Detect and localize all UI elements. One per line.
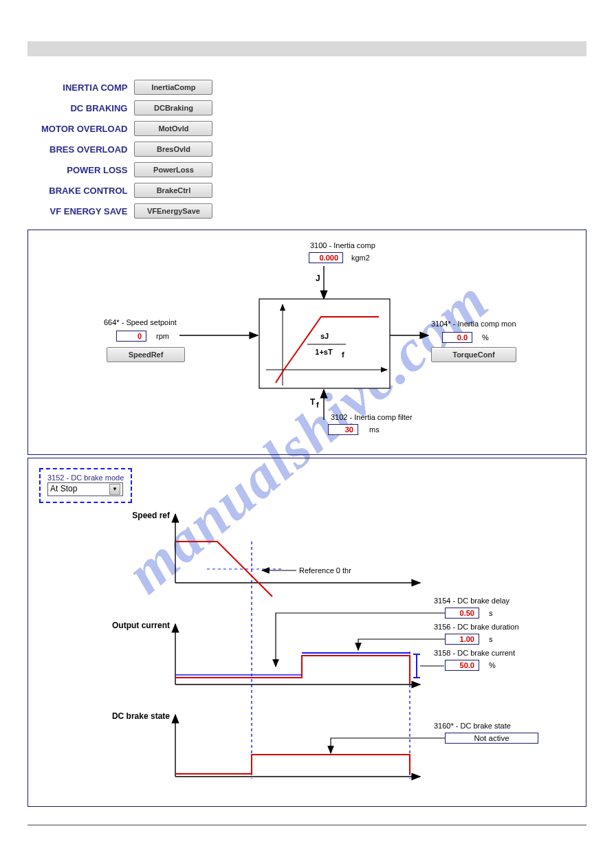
svg-rect-1 [259,299,390,388]
p664-label: 664* - Speed setpoint [104,318,177,326]
p3154-unit: s [489,609,493,617]
speedref-button[interactable]: SpeedRef [107,347,185,362]
p3100-unit: kgm2 [351,254,370,262]
p664-value[interactable]: 0 [116,331,146,342]
torqueconf-button[interactable]: TorqueConf [431,347,516,362]
bres-overload-button[interactable]: BresOvld [134,142,212,157]
header-bar [28,41,586,56]
p3158-unit: % [489,661,496,669]
axis3-label: DC brake state [112,711,170,721]
p3156-value[interactable]: 1.00 [445,634,479,645]
motor-overload-button[interactable]: MotOvld [134,121,212,136]
p3158-label: 3158 - DC brake current [434,649,515,657]
menu-label-dc-braking: DC BRAKING [41,98,134,118]
menu-label-vf-energy-save: VF ENERGY SAVE [41,201,134,221]
dc-brake-timing-diagram: Speed ref Reference 0 thr 3154 - DC brak… [35,507,578,789]
dc-brake-panel: 3152 - DC brake mode At Stop ▼ Speed ref [28,458,586,807]
vf-energy-save-button[interactable]: VFEnergySave [134,203,212,219]
p3104-value[interactable]: 0.0 [442,332,472,343]
p3154-label: 3154 - DC brake delay [434,597,510,605]
menu-label-bres-overload: BRES OVERLOAD [41,139,134,159]
p3160-value: Not active [445,733,538,744]
p3156-unit: s [489,635,493,643]
p3104-label: 3104* - Inertia comp mon [431,320,516,328]
p3152-label: 3152 - DC brake mode [47,474,124,482]
dc-brake-mode-box: 3152 - DC brake mode At Stop ▼ [39,468,132,503]
parameter-group-menu: INERTIA COMP InertiaComp DC BRAKING DCBr… [41,77,212,221]
p3102-unit: ms [369,425,380,434]
p3102-value[interactable]: 30 [328,424,358,435]
p3156-label: 3156 - DC brake duration [434,623,519,631]
tf-symbol: T [310,397,316,407]
p3158-value[interactable]: 50.0 [445,660,479,671]
tf-symbol-sub: f [316,401,319,409]
inertia-comp-diagram: 3100 - Inertia comp 0.000 kgm2 J sJ 1+sT… [35,236,578,442]
dc-brake-mode-dropdown[interactable]: At Stop ▼ [47,482,123,496]
inertia-comp-panel: 3100 - Inertia comp 0.000 kgm2 J sJ 1+sT… [28,230,586,455]
p3152-value: At Stop [50,484,77,493]
menu-label-motor-overload: MOTOR OVERLOAD [41,118,134,139]
tf-eq-sub: f [342,350,344,359]
p3100-value[interactable]: 0.000 [309,252,343,263]
tf-eq-num: sJ [320,332,329,340]
ref0-label: Reference 0 thr [299,566,351,575]
p3104-unit: % [482,333,489,342]
power-loss-button[interactable]: PowerLoss [134,162,212,177]
menu-label-brake-control: BRAKE CONTROL [41,180,134,201]
axis1-label: Speed ref [132,511,171,520]
menu-label-power-loss: POWER LOSS [41,159,134,180]
footer-rule [28,825,586,825]
menu-label-inertia-comp: INERTIA COMP [41,77,134,98]
p3160-label: 3160* - DC brake state [434,722,511,730]
axis2-label: Output current [112,621,170,630]
tf-eq-den: 1+sT [315,348,333,356]
dc-braking-button[interactable]: DCBraking [134,100,212,115]
p3102-label: 3102 - Inertia comp filter [331,413,413,421]
j-symbol: J [316,274,320,283]
brake-control-button[interactable]: BrakeCtrl [134,183,212,198]
p3100-label: 3100 - Inertia comp [310,241,375,249]
p664-unit: rpm [156,332,169,340]
p3154-value[interactable]: 0.50 [445,608,479,619]
chevron-down-icon: ▼ [109,484,120,495]
inertia-comp-button[interactable]: InertiaComp [134,80,212,95]
